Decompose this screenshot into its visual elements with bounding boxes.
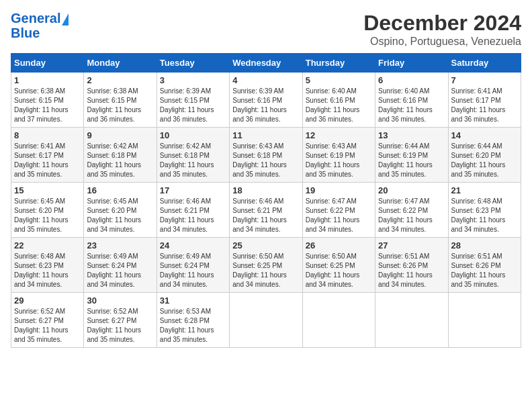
calendar-header-row: Sunday Monday Tuesday Wednesday Thursday… (11, 54, 521, 73)
month-title: December 2024 (363, 11, 521, 36)
day-cell-5: 5 Sunrise: 6:40 AMSunset: 6:16 PMDayligh… (302, 73, 375, 128)
calendar-week-3: 15 Sunrise: 6:45 AMSunset: 6:20 PMDaylig… (11, 183, 521, 238)
day-cell-11: 11 Sunrise: 6:43 AMSunset: 6:18 PMDaylig… (230, 128, 302, 183)
day-cell-1: 1 Sunrise: 6:38 AMSunset: 6:15 PMDayligh… (11, 73, 84, 128)
day-cell-16: 16 Sunrise: 6:45 AMSunset: 6:20 PMDaylig… (84, 183, 157, 238)
day-cell-13: 13 Sunrise: 6:44 AMSunset: 6:19 PMDaylig… (375, 128, 448, 183)
day-cell-9: 9 Sunrise: 6:42 AMSunset: 6:18 PMDayligh… (84, 128, 157, 183)
day-cell-27: 27 Sunrise: 6:51 AMSunset: 6:26 PMDaylig… (375, 238, 448, 293)
day-cell-21: 21 Sunrise: 6:48 AMSunset: 6:23 PMDaylig… (448, 183, 521, 238)
day-cell-18: 18 Sunrise: 6:46 AMSunset: 6:21 PMDaylig… (230, 183, 302, 238)
header-friday: Friday (375, 54, 448, 73)
calendar-week-1: 1 Sunrise: 6:38 AMSunset: 6:15 PMDayligh… (11, 73, 521, 128)
header-tuesday: Tuesday (157, 54, 229, 73)
title-block: December 2024 Ospino, Portuguesa, Venezu… (363, 11, 521, 48)
header-thursday: Thursday (302, 54, 375, 73)
page-header: General Blue December 2024 Ospino, Portu… (11, 11, 521, 48)
day-cell-10: 10 Sunrise: 6:42 AMSunset: 6:18 PMDaylig… (157, 128, 229, 183)
day-cell-8: 8 Sunrise: 6:41 AMSunset: 6:17 PMDayligh… (11, 128, 84, 183)
day-cell-24: 24 Sunrise: 6:49 AMSunset: 6:24 PMDaylig… (157, 238, 229, 293)
day-cell-4: 4 Sunrise: 6:39 AMSunset: 6:16 PMDayligh… (230, 73, 302, 128)
day-cell-22: 22 Sunrise: 6:48 AMSunset: 6:23 PMDaylig… (11, 238, 84, 293)
calendar-table: Sunday Monday Tuesday Wednesday Thursday… (11, 53, 521, 348)
day-cell-20: 20 Sunrise: 6:47 AMSunset: 6:22 PMDaylig… (375, 183, 448, 238)
location: Ospino, Portuguesa, Venezuela (363, 36, 521, 48)
calendar-week-4: 22 Sunrise: 6:48 AMSunset: 6:23 PMDaylig… (11, 238, 521, 293)
logo: General Blue (11, 11, 69, 40)
day-cell-2: 2 Sunrise: 6:38 AMSunset: 6:15 PMDayligh… (84, 73, 157, 128)
empty-cell-4 (448, 293, 521, 348)
day-cell-29: 29 Sunrise: 6:52 AMSunset: 6:27 PMDaylig… (11, 293, 84, 348)
header-sunday: Sunday (11, 54, 84, 73)
logo-blue-text: Blue (11, 26, 40, 40)
day-cell-25: 25 Sunrise: 6:50 AMSunset: 6:25 PMDaylig… (230, 238, 302, 293)
day-cell-14: 14 Sunrise: 6:44 AMSunset: 6:20 PMDaylig… (448, 128, 521, 183)
logo-text: General (11, 11, 69, 26)
day-cell-6: 6 Sunrise: 6:40 AMSunset: 6:16 PMDayligh… (375, 73, 448, 128)
day-cell-30: 30 Sunrise: 6:52 AMSunset: 6:27 PMDaylig… (84, 293, 157, 348)
header-wednesday: Wednesday (230, 54, 302, 73)
day-cell-28: 28 Sunrise: 6:51 AMSunset: 6:26 PMDaylig… (448, 238, 521, 293)
calendar-week-2: 8 Sunrise: 6:41 AMSunset: 6:17 PMDayligh… (11, 128, 521, 183)
day-cell-17: 17 Sunrise: 6:46 AMSunset: 6:21 PMDaylig… (157, 183, 229, 238)
empty-cell-3 (375, 293, 448, 348)
header-saturday: Saturday (448, 54, 521, 73)
calendar-week-5: 29 Sunrise: 6:52 AMSunset: 6:27 PMDaylig… (11, 293, 521, 348)
header-monday: Monday (84, 54, 157, 73)
day-cell-31: 31 Sunrise: 6:53 AMSunset: 6:28 PMDaylig… (157, 293, 229, 348)
day-cell-12: 12 Sunrise: 6:43 AMSunset: 6:19 PMDaylig… (302, 128, 375, 183)
day-cell-15: 15 Sunrise: 6:45 AMSunset: 6:20 PMDaylig… (11, 183, 84, 238)
empty-cell-1 (230, 293, 302, 348)
day-cell-23: 23 Sunrise: 6:49 AMSunset: 6:24 PMDaylig… (84, 238, 157, 293)
day-cell-7: 7 Sunrise: 6:41 AMSunset: 6:17 PMDayligh… (448, 73, 521, 128)
day-cell-3: 3 Sunrise: 6:39 AMSunset: 6:15 PMDayligh… (157, 73, 229, 128)
empty-cell-2 (302, 293, 375, 348)
day-cell-19: 19 Sunrise: 6:47 AMSunset: 6:22 PMDaylig… (302, 183, 375, 238)
day-cell-26: 26 Sunrise: 6:50 AMSunset: 6:25 PMDaylig… (302, 238, 375, 293)
